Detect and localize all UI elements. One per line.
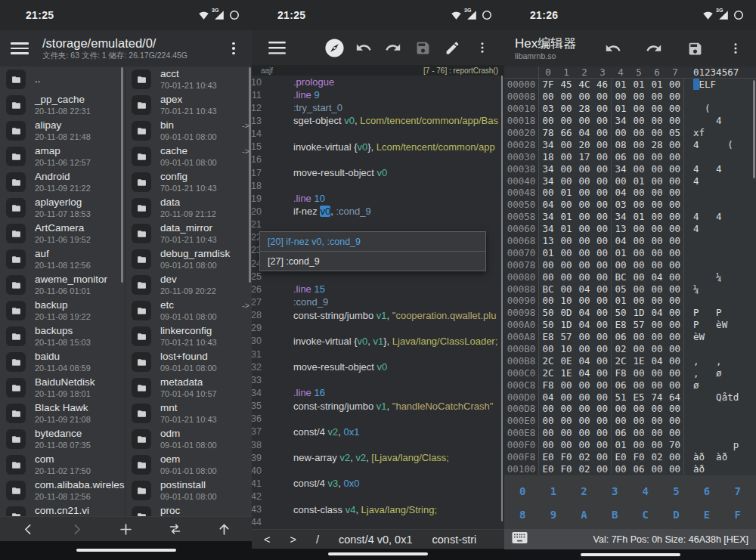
hex-byte[interactable]: 00 (666, 307, 684, 319)
list-item[interactable]: aweme_monitor20-11-06 01:01 (0, 272, 125, 298)
list-item[interactable]: linkerconfig70-01-21 10:43 (125, 323, 252, 349)
hex-byte[interactable]: F8 (612, 367, 630, 379)
hex-byte[interactable]: 00 (593, 103, 612, 115)
hex-byte[interactable]: 00 (666, 187, 684, 199)
compass-icon[interactable] (323, 36, 345, 59)
hex-byte[interactable]: 51 (612, 391, 630, 403)
code-line[interactable]: 12:try_start_0 (252, 101, 504, 114)
hex-byte[interactable]: 04 (648, 307, 666, 319)
hex-byte[interactable]: 01 (557, 187, 575, 199)
hex-byte[interactable]: 00 (557, 439, 575, 451)
scrollbar[interactable] (249, 67, 251, 283)
hex-byte[interactable]: 00 (666, 427, 684, 439)
hex-byte[interactable]: 20 (575, 138, 593, 150)
hex-key-D[interactable]: D (661, 509, 692, 521)
hex-byte[interactable]: 34 (539, 223, 557, 235)
hex-key-2[interactable]: 2 (569, 485, 600, 497)
hex-byte[interactable]: 00 (612, 258, 630, 271)
scrollbar[interactable] (121, 67, 123, 283)
code-line[interactable]: 15invoke-virtual {v0}, Lcom/tencent/comm… (252, 141, 504, 153)
hex-byte[interactable]: 00 (612, 175, 630, 187)
tab-method[interactable]: aajf (261, 67, 273, 75)
hex-byte[interactable]: 00 (630, 415, 648, 427)
code-line[interactable]: 32move-result-object v0 (252, 360, 504, 373)
hex-byte[interactable]: 00 (575, 391, 593, 403)
hex-byte[interactable]: 28 (575, 103, 593, 115)
hex-byte[interactable]: 00 (593, 91, 612, 103)
hex-byte[interactable]: 04 (575, 307, 593, 319)
list-item[interactable]: ArtCamera20-11-06 19:52 (0, 221, 125, 246)
list-item[interactable]: etc09-01-01 08:00-> (125, 298, 252, 323)
hex-byte[interactable]: 04 (648, 354, 666, 367)
hex-byte[interactable]: 00 (648, 415, 666, 427)
hex-byte[interactable]: 00 (666, 343, 684, 355)
gesture-bar[interactable] (76, 549, 176, 552)
hex-byte[interactable]: 00 (648, 463, 666, 475)
hex-byte[interactable]: 00 (630, 115, 648, 127)
hex-byte[interactable]: 00 (666, 162, 684, 175)
hex-byte[interactable]: 00 (557, 271, 575, 283)
hex-byte[interactable]: 00 (593, 391, 612, 403)
hex-byte[interactable]: 00 (630, 439, 648, 451)
hex-byte[interactable]: 00 (630, 150, 648, 162)
code-line[interactable]: 13sget-object v0, Lcom/tencent/common/ap… (252, 114, 504, 127)
hex-byte[interactable]: 00 (557, 138, 575, 150)
popup-item[interactable]: [20] if-nez v0, :cond_9 (260, 232, 485, 252)
hex-byte[interactable]: 00 (557, 246, 575, 258)
hex-byte[interactable]: 00 (539, 427, 557, 439)
hex-byte[interactable]: 1D (557, 319, 575, 331)
hex-byte[interactable]: 01 (557, 211, 575, 223)
snippet-item[interactable]: > (290, 534, 296, 546)
hex-byte[interactable]: 00 (630, 258, 648, 271)
hex-byte[interactable]: 10 (557, 295, 575, 307)
hex-byte[interactable]: 2C (539, 367, 557, 379)
hex-byte[interactable]: 00 (575, 115, 593, 127)
hex-byte[interactable]: 00 (666, 354, 684, 367)
hex-byte[interactable]: 00 (593, 258, 612, 271)
code-line[interactable]: 37const/4 v2, 0x1 (252, 425, 504, 438)
hex-byte[interactable]: 45 (557, 79, 575, 91)
more-icon[interactable] (724, 37, 747, 60)
hex-byte[interactable]: 00 (648, 439, 666, 451)
hex-byte[interactable]: 00 (648, 379, 666, 391)
hex-byte[interactable]: 00 (666, 415, 684, 427)
hex-key-9[interactable]: 9 (538, 509, 569, 521)
list-item[interactable]: odm09-01-01 08:00 (125, 426, 252, 452)
save-icon[interactable] (683, 37, 706, 60)
hex-byte[interactable]: 00 (630, 103, 648, 115)
hex-byte[interactable]: F0 (557, 451, 575, 463)
keyboard-icon[interactable] (512, 532, 528, 546)
gesture-bar[interactable] (581, 553, 680, 556)
hex-byte[interactable]: 78 (539, 127, 557, 139)
hex-byte[interactable]: 01 (648, 79, 666, 91)
hex-byte[interactable]: 10 (557, 343, 575, 355)
list-item[interactable]: Android20-11-09 21:22 (0, 169, 125, 195)
hex-byte[interactable]: 00 (630, 162, 648, 175)
hex-byte[interactable]: 02 (575, 451, 593, 463)
hex-byte[interactable]: 00 (575, 379, 593, 391)
hex-byte[interactable]: 06 (612, 331, 630, 343)
hex-byte[interactable]: 00 (666, 235, 684, 247)
hex-byte[interactable]: 00 (666, 367, 684, 379)
hex-byte[interactable]: 03 (539, 103, 557, 115)
hex-byte[interactable]: 00 (648, 91, 666, 103)
hex-byte[interactable]: 01 (612, 79, 630, 91)
snippet-item[interactable]: const/4 v0, 0x1 (339, 534, 413, 546)
list-item[interactable]: aplayerlog20-11-07 18:53 (0, 195, 125, 221)
hex-byte[interactable]: 00 (648, 367, 666, 379)
hex-byte[interactable]: 00 (630, 91, 648, 103)
redo-icon[interactable] (643, 37, 665, 60)
code-line[interactable]: 14 (252, 128, 504, 141)
hex-byte[interactable]: 17 (575, 150, 593, 162)
hex-byte[interactable]: 00 (612, 91, 630, 103)
hex-byte[interactable]: 00 (575, 427, 593, 439)
hex-byte[interactable]: 00 (666, 319, 684, 331)
hex-byte[interactable]: 00 (539, 343, 557, 355)
hex-byte[interactable]: 00 (575, 175, 593, 187)
list-item[interactable]: .. (0, 67, 125, 92)
hex-byte[interactable]: F0 (630, 451, 648, 463)
snippet-item[interactable]: / (316, 534, 319, 546)
hex-byte[interactable]: 00 (648, 331, 666, 343)
hex-byte[interactable]: 00 (575, 439, 593, 451)
hex-byte[interactable]: 13 (539, 235, 557, 247)
